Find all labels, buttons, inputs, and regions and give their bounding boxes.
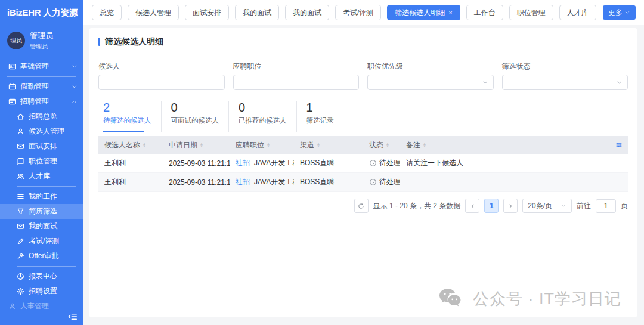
tab-my-interview[interactable]: 我的面试 (235, 5, 279, 20)
sidebar-item-offer-approval[interactable]: Offer审批 (0, 249, 83, 264)
filter-screening-status-select[interactable] (502, 75, 628, 90)
tab-label: 面试安排 (193, 8, 221, 18)
close-icon[interactable]: × (448, 10, 452, 16)
page-title-row: 筛选候选人明细 (89, 28, 637, 54)
tab-interview-schedule[interactable]: 面试安排 (185, 5, 229, 20)
sidebar-item-position-mgmt[interactable]: 职位管理 (0, 154, 83, 169)
user-name: 管理员 (30, 30, 53, 41)
sidebar-item-label: 人事管理 (20, 301, 49, 311)
stat-screening-records[interactable]: 1筛选记录 (302, 101, 351, 132)
watermark-text: 公众号 · IT学习日记 (473, 288, 621, 309)
sort-icon[interactable]: ▲▼ (423, 143, 426, 148)
home-icon (17, 113, 24, 120)
job-type-link[interactable]: 社招 (236, 158, 250, 168)
chevron-down-icon (71, 63, 78, 70)
clock-icon (369, 178, 377, 186)
sidebar-nav: 基础管理假勤管理招聘管理招聘总览候选人管理面试安排职位管理人才库我的工作简历筛选… (0, 57, 83, 325)
sidebar-item-my-work[interactable]: 我的工作 (0, 189, 83, 204)
sidebar-item-label: 招聘设置 (29, 286, 57, 296)
sidebar-item-label: 考试/评测 (29, 236, 59, 246)
sidebar-item-interview-schedule[interactable]: 面试安排 (0, 139, 83, 154)
menu-fold-icon[interactable] (68, 312, 78, 321)
table-header: 候选人名称▲▼申请日期▲▼应聘职位▲▼渠道▲▼状态▲▼备注▲▼ (98, 136, 628, 154)
page-size-select[interactable]: 20条/页 (522, 199, 572, 213)
sidebar-item-label: 职位管理 (29, 156, 57, 166)
stat-recommended[interactable]: 0已推荐的候选人 (234, 101, 297, 132)
mail-icon (17, 222, 24, 230)
sort-icon[interactable]: ▲▼ (386, 143, 389, 148)
column-header: 候选人名称▲▼ (98, 140, 163, 150)
sidebar-divider (7, 76, 76, 77)
chevron-down-icon (71, 83, 78, 90)
book-icon (17, 157, 24, 165)
filter-label: 筛选状态 (502, 61, 628, 72)
tab-overview[interactable]: 总览 (92, 5, 122, 20)
tab-label: 职位管理 (517, 8, 546, 18)
stat-interviewable[interactable]: 0可面试的候选人 (166, 101, 230, 132)
avatar: 理员 (7, 32, 25, 49)
sidebar-item-label: 基础管理 (20, 61, 49, 72)
table-row[interactable]: 王利利2025-09-03 11:21:15社招JAVA开发工程师BOSS直聘待… (98, 154, 628, 173)
cell-channel: BOSS直聘 (294, 177, 363, 187)
sort-icon[interactable]: ▲▼ (200, 143, 203, 148)
sidebar-item-resume-screening[interactable]: 简历筛选 (0, 204, 83, 219)
tab-exam-eval[interactable]: 考试/评测 (335, 5, 381, 20)
title-accent-bar (98, 38, 100, 46)
cell-status: 待处理 (363, 177, 400, 187)
stat-label: 筛选记录 (306, 116, 341, 125)
pencil-icon (17, 237, 24, 245)
sidebar-item-my-interview[interactable]: 我的面试 (0, 219, 83, 234)
cell-position: 社招JAVA开发工程师 (230, 177, 294, 187)
tab-talent-pool[interactable]: 人才库 (559, 5, 596, 20)
tab-my-interview-2[interactable]: 我的面试 (285, 5, 329, 20)
more-button-label: 更多 (608, 8, 623, 18)
wechat-icon (438, 287, 466, 310)
columns-icon[interactable] (616, 141, 622, 149)
sidebar-item-report-center[interactable]: 报表中心 (0, 269, 83, 284)
sidebar-item-candidate-mgmt[interactable]: 候选人管理 (0, 124, 83, 139)
column-label: 备注 (406, 140, 420, 150)
job-type-link[interactable]: 社招 (236, 177, 250, 187)
stat-value: 2 (103, 101, 151, 114)
sidebar-item-label: 招聘总览 (29, 112, 57, 122)
sidebar-item-talent-pool[interactable]: 人才库 (0, 169, 83, 184)
window-icon (8, 98, 16, 106)
column-header: 状态▲▼ (363, 140, 400, 150)
chart-icon (17, 273, 24, 280)
next-page-button[interactable] (503, 199, 518, 213)
candidates-table: 候选人名称▲▼申请日期▲▼应聘职位▲▼渠道▲▼状态▲▼备注▲▼ 王利利2025-… (98, 136, 628, 192)
current-page-button[interactable]: 1 (484, 199, 499, 213)
table-row[interactable]: 王利利2025-09-03 11:21:15社招JAVA开发工程师BOSS直聘待… (98, 173, 628, 192)
stat-pending-screening[interactable]: 2待筛选的候选人 (98, 101, 162, 132)
filter-position-priority-select[interactable] (367, 75, 494, 90)
tab-candidate-mgmt[interactable]: 候选人管理 (128, 5, 179, 20)
tab-position-mgmt[interactable]: 职位管理 (509, 5, 553, 20)
sidebar-item-label: 候选人管理 (29, 126, 64, 137)
cell-channel: BOSS直聘 (294, 158, 363, 168)
filter-label: 应聘职位 (233, 61, 360, 72)
more-button[interactable]: 更多 (603, 5, 636, 20)
sort-icon[interactable]: ▲▼ (143, 143, 146, 148)
filter-candidate-input[interactable] (98, 75, 225, 90)
user-role: 管理员 (30, 42, 53, 51)
sidebar-item-exam-eval[interactable]: 考试/评测 (0, 234, 83, 249)
sidebar-item-recruit-mgmt[interactable]: 招聘管理 (0, 94, 83, 109)
prev-page-button[interactable] (465, 199, 479, 213)
goto-page-input[interactable] (596, 199, 616, 213)
sidebar-item-basic-mgmt[interactable]: 基础管理 (0, 59, 83, 74)
sidebar-item-attendance-mgmt[interactable]: 假勤管理 (0, 79, 83, 94)
column-label: 渠道 (300, 140, 314, 150)
stat-label: 待筛选的候选人 (103, 116, 151, 125)
filter-applied-position-input[interactable] (233, 75, 360, 90)
sidebar-item-recruit-settings[interactable]: 招聘设置 (0, 284, 83, 299)
sort-icon[interactable]: ▲▼ (267, 143, 270, 148)
tab-screening-detail[interactable]: 筛选候选人明细× (387, 5, 460, 20)
sort-icon[interactable]: ▲▼ (317, 143, 320, 148)
watermark: 公众号 · IT学习日记 (438, 287, 621, 310)
tab-workbench[interactable]: 工作台 (466, 5, 503, 20)
sidebar-item-recruit-overview[interactable]: 招聘总览 (0, 109, 83, 124)
filter-position-priority: 职位优先级 (367, 61, 494, 90)
refresh-button[interactable] (354, 199, 369, 213)
user-profile: 理员 管理员 管理员 (0, 23, 83, 57)
sidebar: iBizEHR 人力资源 理员 管理员 管理员 基础管理假勤管理招聘管理招聘总览… (0, 0, 83, 325)
